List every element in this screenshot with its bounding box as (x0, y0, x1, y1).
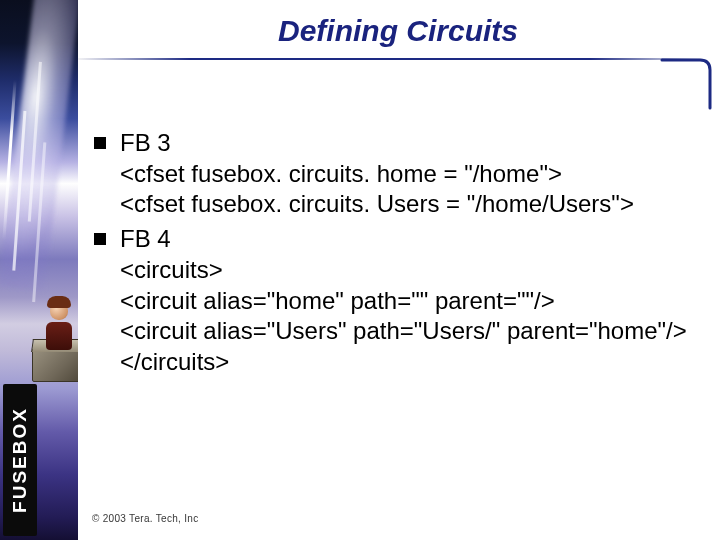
sidebar-lightning: FUSEBOX (0, 0, 78, 540)
title-divider (78, 58, 702, 60)
brand-text: FUSEBOX (9, 407, 31, 513)
bullet-heading: FB 3 (120, 129, 171, 156)
mascot-figure (30, 302, 78, 390)
code-line: <cfset fusebox. circuits. Users = "/home… (120, 189, 690, 220)
code-line: <circuit alias="Users" path="Users/" par… (120, 316, 690, 347)
content-area: FB 3 <cfset fusebox. circuits. home = "/… (92, 128, 690, 490)
bullet-heading: FB 4 (120, 225, 171, 252)
bullet-item: FB 3 <cfset fusebox. circuits. home = "/… (92, 128, 690, 220)
code-line: <circuits> (120, 255, 690, 286)
bullet-item: FB 4 <circuits> <circuit alias="home" pa… (92, 224, 690, 378)
slide-title: Defining Circuits (98, 14, 698, 48)
code-line: <cfset fusebox. circuits. home = "/home"… (120, 159, 690, 190)
code-line: <circuit alias="home" path="" parent=""/… (120, 286, 690, 317)
copyright-footer: © 2003 Tera. Tech, Inc (92, 513, 198, 524)
code-line: </circuits> (120, 347, 690, 378)
corner-ornament (660, 56, 714, 110)
brand-bar: FUSEBOX (3, 384, 37, 536)
slide: FUSEBOX Defining Circuits FB 3 <cfset fu… (0, 0, 720, 540)
